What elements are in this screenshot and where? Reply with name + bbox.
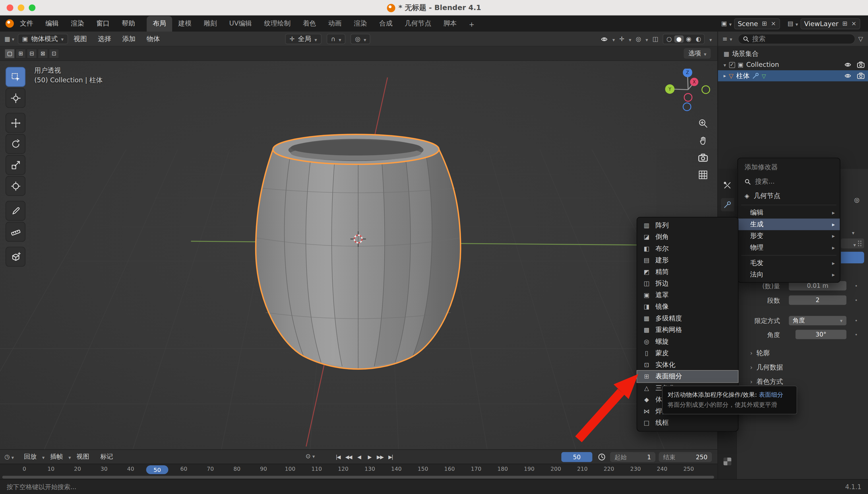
select-mode-subtract-button[interactable]: ⊟ [27, 49, 37, 58]
scene-name[interactable]: Scene [738, 19, 758, 27]
auto-keying-record-icon[interactable]: ⊙ [306, 452, 311, 460]
segments-field[interactable]: 2 [789, 296, 847, 305]
options-dropdown[interactable]: 选项 [684, 48, 711, 59]
playhead-current-frame[interactable]: 50 [146, 465, 168, 474]
chevron-down-icon[interactable] [709, 35, 712, 43]
tool-measure[interactable] [5, 222, 25, 242]
modifier-item-bevel[interactable]: ◪倒角 [637, 231, 738, 243]
menu-category-deform[interactable]: 形变▸ [738, 230, 840, 242]
modifier-search-input[interactable]: 搜索... [738, 174, 840, 189]
animate-dot-icon[interactable]: • [855, 332, 858, 337]
timeline-ruler[interactable]: 0 10 20 30 40 50 60 70 80 90 100 110 120… [0, 463, 717, 479]
shading-solid-icon[interactable]: ● [674, 35, 684, 42]
tool-annotate[interactable] [5, 201, 25, 221]
tab-scripting[interactable]: 脚本 [438, 16, 463, 32]
menu-render[interactable]: 渲染 [65, 16, 90, 32]
unlink-scene-icon[interactable]: × [771, 20, 776, 27]
visibility-eye-icon[interactable] [601, 36, 608, 42]
chevron-down-icon[interactable] [730, 35, 732, 43]
gizmos-toggle-icon[interactable]: ✛ [620, 35, 625, 42]
chevron-down-icon[interactable] [629, 35, 631, 43]
chevron-down-icon[interactable] [852, 226, 854, 237]
pin-icon[interactable]: ◎ [854, 196, 860, 204]
timeline-scrollbar[interactable] [2, 476, 714, 479]
filter-funnel-icon[interactable]: ▽ [858, 35, 863, 42]
use-preview-range-clock-icon[interactable] [598, 453, 606, 461]
menu-help[interactable]: 帮助 [116, 16, 141, 32]
menu-window[interactable]: 窗口 [90, 16, 116, 32]
chevron-down-icon[interactable] [12, 453, 14, 461]
expand-arrow-icon[interactable]: ▸ [724, 73, 726, 79]
frame-end-field[interactable]: 结束250 [659, 452, 712, 462]
modifier-item-solidify[interactable]: ⊡实体化 [637, 359, 738, 371]
selected-mesh-cylinder[interactable] [244, 130, 473, 384]
collection-checkbox[interactable]: ✓ [729, 62, 735, 68]
menu-view[interactable]: 视图 [68, 34, 92, 44]
previous-keyframe-button[interactable]: ◀◀ [344, 452, 353, 462]
tool-scale[interactable] [5, 155, 25, 175]
chevron-down-icon[interactable] [729, 19, 732, 27]
animate-dot-icon[interactable]: • [855, 283, 858, 289]
menu-item-geometry-nodes[interactable]: ◈ 几何节点 [738, 189, 840, 203]
animate-dot-icon[interactable]: • [855, 298, 858, 303]
timeline-editor-icon[interactable]: ◷ [4, 453, 10, 460]
modifier-item-remesh[interactable]: ▩重构网格 [637, 324, 738, 336]
outliner-row-scene-collection[interactable]: ▦ 场景集合 [718, 48, 868, 59]
viewlayer-name[interactable]: ViewLayer [804, 19, 838, 27]
blender-logo-menu[interactable] [5, 19, 14, 28]
expand-arrow-icon[interactable] [724, 61, 726, 69]
mode-dropdown[interactable]: ▣ 物体模式 [18, 34, 68, 44]
proportional-edit-dropdown[interactable]: ◎ [350, 34, 371, 44]
new-viewlayer-icon[interactable]: ⊞ [842, 20, 847, 27]
tab-compositing[interactable]: 合成 [373, 16, 399, 32]
disable-render-camera-icon[interactable] [857, 73, 865, 79]
tab-animation[interactable]: 动画 [322, 16, 348, 32]
section-geometry[interactable]: ›几何数据 [750, 363, 783, 372]
tab-texture-paint[interactable]: 纹理绘制 [258, 16, 297, 32]
tool-move[interactable] [5, 113, 25, 133]
tab-rendering[interactable]: 渲染 [348, 16, 373, 32]
modifier-item-subdivision-surface[interactable]: ⊞表面细分 [637, 370, 738, 382]
chevron-down-icon[interactable] [796, 19, 798, 27]
menu-category-hair[interactable]: 毛发▸ [738, 257, 840, 269]
tab-geometry-nodes[interactable]: 几何节点 [399, 16, 438, 32]
tab-shading[interactable]: 着色 [297, 16, 322, 32]
angle-field[interactable]: 30° [795, 330, 846, 339]
modifier-item-edge-split[interactable]: ◫拆边 [637, 278, 738, 289]
chevron-down-icon[interactable] [646, 35, 648, 43]
play-button[interactable]: ▶ [365, 452, 374, 462]
new-scene-icon[interactable]: ⊞ [762, 20, 767, 27]
jump-to-end-button[interactable]: ▶| [386, 452, 395, 462]
xray-toggle-icon[interactable]: ◫ [652, 35, 658, 42]
tool-add-cube[interactable] [5, 247, 25, 266]
scene-icon[interactable]: ▣ [721, 20, 727, 27]
menu-view-timeline[interactable]: 视图 [71, 453, 95, 461]
chevron-down-icon[interactable] [12, 35, 14, 43]
modifier-item-multiresolution[interactable]: ▦多级精度 [637, 313, 738, 324]
play-reverse-button[interactable]: ◀ [354, 452, 364, 462]
menu-object[interactable]: 物体 [141, 34, 166, 44]
menu-keying[interactable]: 插帧 [45, 453, 69, 461]
modifier-tab[interactable] [721, 198, 734, 211]
select-mode-invert-button[interactable]: ⊠ [38, 49, 48, 58]
disable-render-camera-icon[interactable] [857, 61, 865, 68]
camera-view-icon[interactable] [695, 151, 711, 165]
modifier-item-wireframe[interactable]: □线框 [637, 417, 738, 429]
editor-type-icon[interactable]: ▦ [4, 35, 10, 42]
menu-category-normals[interactable]: 法向▸ [738, 269, 840, 281]
tool-rotate[interactable] [5, 134, 25, 154]
navigation-gizmo[interactable]: Z Y X [663, 69, 712, 112]
texture-tab[interactable] [721, 455, 734, 468]
tool-tab[interactable] [721, 179, 734, 192]
menu-playback[interactable]: 回放 [18, 453, 42, 461]
tool-transform[interactable] [5, 176, 25, 196]
jump-to-start-button[interactable]: |◀ [333, 452, 343, 462]
transform-orientation-dropdown[interactable]: ✛ 全局 [285, 34, 321, 44]
tab-uv-editing[interactable]: UV编辑 [223, 16, 258, 32]
select-mode-set-button[interactable]: ▢ [4, 49, 15, 58]
menu-marker[interactable]: 标记 [95, 453, 118, 461]
select-mode-intersect-button[interactable]: ⊡ [49, 49, 59, 58]
modifier-item-decimate[interactable]: ◩精简 [637, 266, 738, 278]
modifier-header-fragment[interactable] [841, 239, 864, 248]
menu-category-edit[interactable]: 编辑▸ [738, 207, 840, 218]
